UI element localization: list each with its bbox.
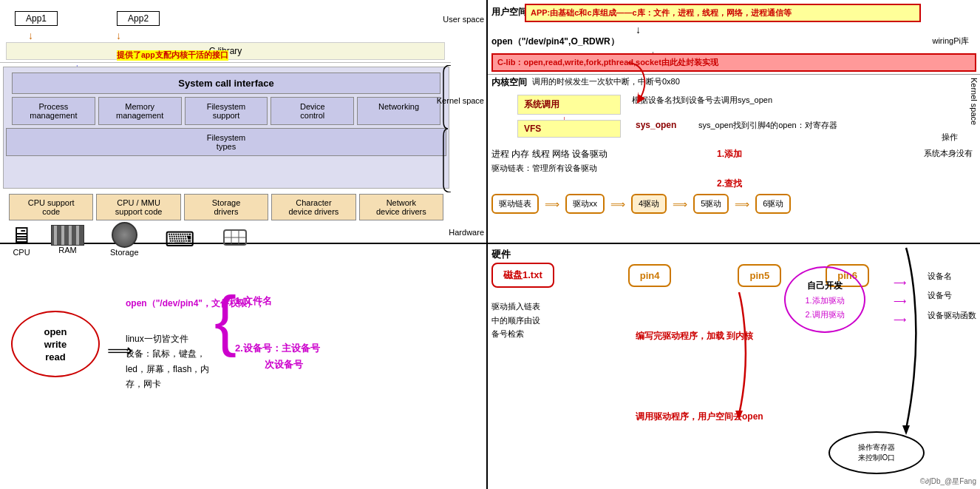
kernel-space-v-label: Kernel space: [970, 78, 979, 125]
left-top-kernel-diagram: c库一定有，wiringPi不同平台，厂家不一定提供，开发者需 学会自己开发 A…: [0, 0, 488, 244]
character-device-box: Characterdevice drivers: [271, 194, 355, 220]
linux-text-3: led，屏幕，flash，内: [126, 362, 209, 377]
driver-chain-label-text: 驱动链表：管理所有设备驱动: [491, 163, 597, 174]
right-top: 用户空间 APP:由基础c和c库组成——c库：文件，进程，线程，网络，进程通信等…: [488, 0, 980, 244]
hw-box-2: pin4: [628, 264, 672, 287]
add-label: 1.添加: [717, 148, 742, 161]
device-num-label: 2.设备号：主设备号: [235, 340, 320, 357]
driver-xx-box: 驱动xx: [565, 194, 605, 214]
watermark-text: ©∂∫Db_@星Fang: [920, 476, 976, 487]
drive-insert-text-2: 中的顺序由设: [491, 314, 540, 328]
networking-box: Networking: [357, 97, 440, 125]
process-bar-text: 进程 内存 线程 网络 设备驱动: [491, 148, 608, 161]
self-dev-circle: 自己开发 1.添加驱动 2.调用驱动: [784, 266, 865, 333]
open-brace: {: [214, 287, 237, 354]
app2-box: App2: [117, 11, 160, 26]
user-space-right-label: 用户空间: [491, 6, 527, 18]
kernel-boxes-row: Processmanagement Memorymanagement Files…: [12, 97, 440, 125]
linux-text-1: linux一切皆文件: [126, 331, 209, 346]
sys-open-label: sys_open: [636, 120, 676, 130]
self-dev-1: 1.添加驱动: [805, 295, 844, 306]
process-mgmt-box: Processmanagement: [12, 97, 95, 125]
self-dev-2: 2.调用驱动: [805, 309, 844, 320]
main-container: c库一定有，wiringPi不同平台，厂家不一定提供，开发者需 学会自己开发 A…: [0, 0, 980, 489]
device-sub-label: 次设备号: [265, 357, 320, 373]
write-label: write: [44, 339, 67, 350]
svg-marker-5: [902, 425, 910, 435]
network-device-box: Networkdevice drivers: [359, 194, 443, 220]
soft-interrupt-text: 调用的时候发生一次软中断，中断号0x80: [532, 76, 976, 87]
sys-open-desc: sys_open找到引脚4的open：对寄存器: [698, 120, 976, 131]
cpu-mmu-box: CPU / MMUsupport code: [96, 194, 180, 220]
clib-box: C-lib：open,read,write,fork,pthread,socke…: [491, 53, 976, 72]
user-space-label: User space: [443, 15, 484, 24]
linux-text-2: 设备：鼠标，键盘，: [126, 346, 209, 361]
driver-row: CPU supportcode CPU / MMUsupport code St…: [9, 194, 443, 220]
open-oval: open write read: [11, 311, 100, 377]
no-system-label: 系统本身没有: [924, 148, 973, 159]
syscall-desc: 根据设备名找到设备号去调用sys_open: [632, 95, 976, 106]
hw-box-3: pin5: [738, 264, 781, 287]
op-register-circle: 操作寄存器 来控制IO口: [828, 431, 925, 474]
driver-4-box: 4驱动: [631, 194, 667, 214]
right-bottom: 硬件 磁盘1.txt pin4 pin5 pin6 驱动插入链表 中的顺序由设 …: [488, 244, 980, 489]
self-dev-title: 自己开发: [807, 280, 843, 292]
read-label: read: [45, 351, 65, 362]
open-label: open: [44, 326, 67, 337]
vfs-yellow-box: VFS: [517, 120, 621, 138]
right-panel: 用户空间 APP:由基础c和c库组成——c库：文件，进程，线程，网络，进程通信等…: [488, 0, 980, 489]
search-label: 2.查找: [717, 178, 742, 190]
cpu-support-box: CPU supportcode: [9, 194, 93, 220]
filesystem-support-box: Filesystemsupport: [185, 97, 268, 125]
app-annotation-box: APP:由基础c和c库组成——c库：文件，进程，线程，网络，进程通信等: [525, 4, 921, 22]
filesystem-types-box: Filesystemtypes: [6, 128, 446, 156]
hw-box-1: 磁盘1.txt: [491, 263, 554, 288]
op-label: 操作: [942, 132, 958, 143]
yellow-annotation: 提供了app支配内核干活的接口: [117, 50, 228, 61]
driver-5-box: 5驱动: [693, 194, 729, 214]
syscall-box: System call interface: [12, 72, 440, 94]
storage-drivers-box: Storagedrivers: [184, 194, 268, 220]
left-panel: c库一定有，wiringPi不同平台，厂家不一定提供，开发者需 学会自己开发 A…: [0, 0, 488, 489]
driver-6-box: 6驱动: [755, 194, 791, 214]
svg-marker-4: [735, 411, 743, 420]
app1-box: App1: [15, 11, 58, 26]
hardware-right-label: Hardware: [449, 228, 484, 237]
driver-chain-box: 驱动链表: [491, 194, 539, 214]
memory-mgmt-box: Memorymanagement: [98, 97, 182, 125]
drive-insert-text-1: 驱动插入链表: [491, 300, 540, 314]
device-control-box: Devicecontrol: [270, 97, 354, 125]
drive-insert-text-3: 备号检索: [491, 327, 540, 341]
hardware-right-label-2: 硬件: [491, 248, 511, 261]
left-bottom: open write read ⟹ open（"/dev/pin4"，文件权限）…: [0, 244, 488, 489]
file-num-label: 1.文件名: [235, 294, 272, 308]
open-call-right: open（"/dev/pin4",O_RDWR）: [491, 36, 619, 48]
kernel-space-right-label: 内核空间: [491, 76, 527, 89]
syscall-yellow-box: 系统调用: [517, 95, 621, 115]
wiringpi-label: wiringPi库: [932, 36, 969, 47]
linux-text-4: 存，网卡: [126, 377, 209, 391]
